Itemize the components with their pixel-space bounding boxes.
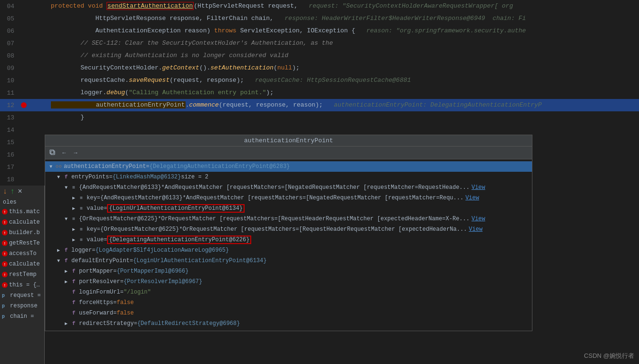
code-line-13: 13 }	[0, 111, 639, 124]
tree-row-force-https[interactable]: ▶ f forceHttps = false	[45, 297, 532, 308]
tree-toggle-root[interactable]: ▼	[47, 164, 55, 169]
field-icon-useforward: f	[70, 309, 78, 317]
svg-rect-3	[50, 150, 54, 154]
upload-icon[interactable]: ↑	[10, 187, 15, 196]
field-icon-entrypoints: f	[62, 173, 70, 181]
line-number-09: 09	[0, 65, 19, 72]
map-icon-value-or: ≡	[78, 236, 85, 244]
tree-row-use-forward[interactable]: ▶ f useForward = false	[45, 308, 532, 318]
tree-row-logger[interactable]: ▶ f logger = {LogAdapter$Slf4jLocationAw…	[45, 245, 532, 256]
tree-toggle-portresolver[interactable]: ▶	[62, 279, 70, 285]
tree-toggle-loginformurl: ▶	[62, 289, 70, 295]
watch-item-response[interactable]: p response	[0, 301, 44, 311]
line-number-04: 04	[0, 3, 19, 10]
field-icon-portmapper: f	[70, 267, 78, 275]
panel-toolbar: ↓ ↑ ×	[0, 186, 44, 198]
navigate-back-button[interactable]: ←	[59, 148, 69, 157]
error-icon-7: !	[2, 272, 8, 277]
tree-row-and-matcher[interactable]: ▼ ≡ {AndRequestMatcher@6133} *AndRequest…	[45, 182, 532, 193]
tree-toggle-or[interactable]: ▼	[62, 216, 70, 222]
field-icon-loginformurl: f	[70, 288, 78, 296]
tree-row-entrypoints[interactable]: ▼ f entryPoints = {LinkedHashMap@6132} s…	[45, 172, 532, 182]
watches-panel: ↓ ↑ × oles ! this.matc ! calculate ! bui…	[0, 186, 45, 364]
tree-row-value-and[interactable]: ▶ ≡ value = {LoginUrlAuthenticationEntry…	[45, 203, 532, 214]
tree-row-portresolver[interactable]: ▶ f portResolver = {PortResolverImpl@696…	[45, 276, 532, 287]
breakpoint-dot-12[interactable]	[21, 102, 27, 108]
watermark: CSDN @婉悦行者	[584, 352, 634, 360]
tree-toggle-key-or[interactable]: ▶	[70, 226, 78, 232]
line-number-14: 14	[0, 127, 19, 134]
line-number-12: 12	[0, 102, 19, 109]
line-number-08: 08	[0, 52, 19, 59]
field-icon-portresolver: f	[70, 278, 78, 285]
line-number-10: 10	[0, 77, 19, 84]
debug-panel-title: authenticationEntryPoint	[45, 135, 532, 147]
line-number-07: 07	[0, 40, 19, 47]
tree-toggle-default[interactable]: ▼	[55, 258, 62, 264]
error-icon-6: !	[2, 261, 8, 267]
tree-toggle-value-and[interactable]: ▶	[70, 206, 78, 211]
tree-row-root[interactable]: ▼ ○○ authenticationEntryPoint = {Delegat…	[45, 161, 532, 172]
watch-item-builder[interactable]: ! builder.b	[0, 227, 44, 238]
map-icon-value-and: ≡	[78, 205, 85, 212]
forward-arrow-icon: →	[73, 149, 79, 156]
map-icon-key-or: ≡	[78, 226, 85, 233]
tree-toggle-key-and[interactable]: ▶	[70, 195, 78, 201]
tree-row-default-entry[interactable]: ▼ f defaultEntryPoint = {LoginUrlAuthent…	[45, 256, 532, 266]
svg-rect-2	[51, 151, 55, 155]
line-number-06: 06	[0, 28, 19, 35]
tree-row-value-or[interactable]: ▶ ≡ value = {DelegatingAuthenticationEnt…	[45, 235, 532, 245]
panel-section-label: oles	[0, 198, 44, 207]
field-icon-default: f	[62, 257, 70, 265]
watch-list: ! this.matc ! calculate ! builder.b ! ge…	[0, 207, 44, 364]
error-icon-1: !	[2, 209, 8, 215]
tree-row-portmapper[interactable]: ▶ f portMapper = {PortMapperImpl@6966}	[45, 266, 532, 276]
tree-toggle-entrypoints[interactable]: ▼	[55, 175, 62, 180]
watch-item-resttemp[interactable]: ! restTemp	[0, 269, 44, 280]
watch-item-calculate-1[interactable]: ! calculate	[0, 217, 44, 227]
line-number-11: 11	[0, 89, 19, 97]
value-highlighted-1: {LoginUrlAuthenticationEntryPoint@6134}	[107, 204, 245, 213]
tree-row-redirect-strategy[interactable]: ▶ f redirectStrategy = {DefaultRedirectS…	[45, 318, 532, 329]
view-link-key-and[interactable]: View	[465, 195, 479, 201]
view-link-and[interactable]: View	[472, 184, 485, 191]
tree-row-login-form-url[interactable]: ▶ f loginFormUrl = "/login"	[45, 287, 532, 297]
watch-item-this-match[interactable]: ! this.matc	[0, 207, 44, 217]
tree-row-or-matcher[interactable]: ▼ ≡ {OrRequestMatcher@6225} *OrRequestMa…	[45, 214, 532, 224]
debug-toolbar: ← →	[45, 147, 532, 159]
watch-item-this-ex[interactable]: ! this = {Ex	[0, 280, 44, 290]
close-panel-icon[interactable]: ×	[18, 187, 22, 196]
watch-item-request[interactable]: p request =	[0, 290, 44, 301]
field-icon-request: p	[2, 293, 9, 298]
tree-row-key-or[interactable]: ▶ ≡ key = {OrRequestMatcher@6225} *OrReq…	[45, 224, 532, 235]
field-icon-response: p	[2, 304, 9, 309]
tree-toggle-useforward: ▶	[62, 310, 70, 316]
tree-toggle-redirectstrategy[interactable]: ▶	[62, 321, 70, 326]
view-link-or[interactable]: View	[472, 216, 485, 222]
tree-toggle-portmapper[interactable]: ▶	[62, 268, 70, 274]
watch-item-calculate-2[interactable]: ! calculate	[0, 259, 44, 269]
download-icon[interactable]: ↓	[3, 187, 8, 196]
error-icon-2: !	[2, 219, 8, 225]
error-icon-8: !	[2, 282, 8, 288]
tree-row-key-and[interactable]: ▶ ≡ key = {AndRequestMatcher@6133} *AndR…	[45, 193, 532, 203]
tree-toggle-forcehttps: ▶	[62, 300, 70, 305]
map-icon-key-and: ≡	[78, 194, 85, 202]
watch-item-getrestte[interactable]: ! getRestTe	[0, 238, 44, 248]
line-gutter-12	[19, 102, 29, 108]
error-icon-5: !	[2, 251, 8, 256]
navigate-forward-button[interactable]: →	[71, 148, 80, 157]
field-icon-redirectstrategy: f	[70, 320, 78, 327]
tree-toggle-value-or[interactable]: ▶	[70, 237, 78, 243]
back-arrow-icon: ←	[61, 149, 67, 156]
tree-toggle-and[interactable]: ▼	[62, 185, 70, 190]
copy-value-button[interactable]	[48, 148, 58, 157]
watch-item-chain[interactable]: p chain =	[0, 311, 44, 322]
watch-item-accessto[interactable]: ! accessTo	[0, 248, 44, 259]
view-link-key-or[interactable]: View	[469, 226, 482, 233]
tree-toggle-logger[interactable]: ▶	[55, 247, 62, 253]
debug-tooltip-panel: authenticationEntryPoint ← → ▼ ○○ authen…	[45, 135, 532, 331]
field-icon-logger: f	[62, 246, 70, 254]
debug-tree: ▼ ○○ authenticationEntryPoint = {Delegat…	[45, 159, 532, 331]
error-icon-4: !	[2, 240, 8, 246]
